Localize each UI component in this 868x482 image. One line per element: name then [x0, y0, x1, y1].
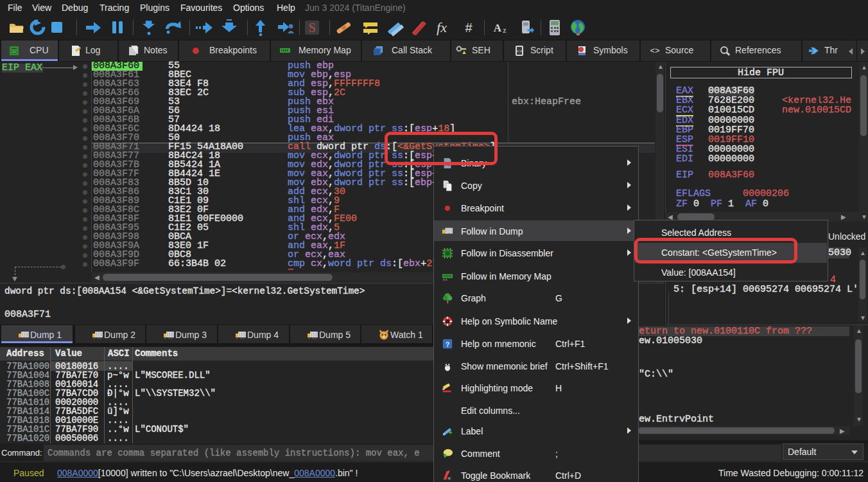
svg-text:A: A: [494, 22, 502, 34]
svg-text:<>: <>: [516, 48, 523, 54]
svg-text:fx: fx: [437, 19, 447, 35]
svg-text:32: 32: [12, 49, 17, 53]
svg-text:<>: <>: [650, 46, 659, 55]
svg-text:z: z: [503, 26, 506, 35]
svg-text:S: S: [308, 21, 315, 35]
svg-text:#: #: [465, 21, 473, 35]
svg-text:?: ?: [446, 341, 450, 348]
